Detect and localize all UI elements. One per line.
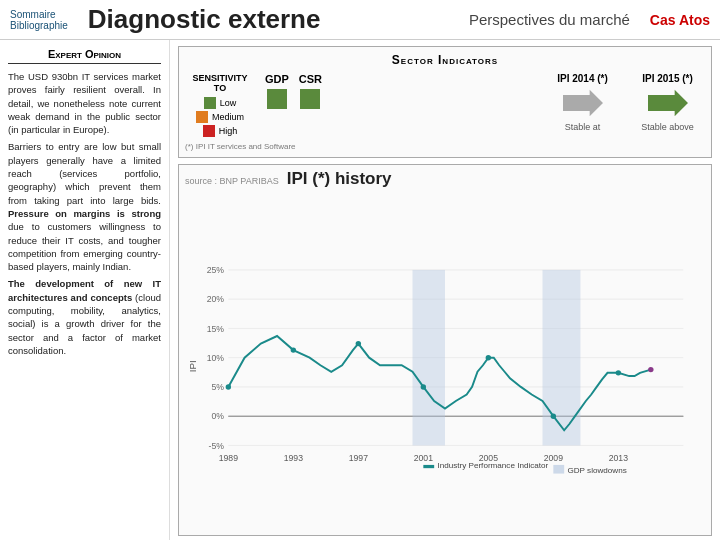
legend-medium: Medium (196, 111, 244, 123)
gdp-column: GDP (265, 73, 289, 109)
chart-source: source : BNP PARIBAS (185, 176, 279, 186)
ipi-2014-header: IPI 2014 (*) (557, 73, 608, 84)
expert-opinion-title: Expert Opinion (8, 48, 161, 64)
high-label: High (219, 126, 238, 136)
svg-point-30 (551, 413, 556, 418)
chart-header: source : BNP PARIBAS IPI (*) history (185, 169, 705, 189)
nav-bibliographie[interactable]: Bibliographie (10, 20, 68, 31)
svg-text:15%: 15% (207, 324, 225, 334)
svg-point-32 (648, 367, 653, 372)
gdp-header: GDP (265, 73, 289, 85)
svg-text:1989: 1989 (219, 453, 238, 463)
ipi-2015-arrow (648, 88, 688, 118)
expert-para-3: The development of new IT architectures … (8, 277, 161, 357)
svg-text:-5%: -5% (209, 441, 225, 451)
main-content: Expert Opinion The USD 930bn IT services… (0, 40, 720, 540)
medium-label: Medium (212, 112, 244, 122)
svg-text:20%: 20% (207, 294, 225, 304)
expert-para-1: The USD 930bn IT services market proves … (8, 70, 161, 136)
svg-marker-1 (648, 90, 688, 117)
gdp-slowdown-2001 (413, 270, 446, 446)
sector-indicators-title: Sector Indicators (185, 53, 705, 67)
page-subtitle: Perspectives du marché (469, 11, 630, 28)
nav-sommaire[interactable]: Sommaire (10, 9, 68, 20)
sensitivity-column: SENSITIVITYTO Low Medium High (185, 73, 255, 139)
expert-para-2: Barriers to entry are low but small play… (8, 140, 161, 273)
csr-header: CSR (299, 73, 322, 85)
ipi-2014-arrow (563, 88, 603, 118)
page-header: Sommaire Bibliographie Diagnostic extern… (0, 0, 720, 40)
svg-point-26 (291, 347, 296, 352)
ipi-2014-column: IPI 2014 (*) Stable at (545, 73, 620, 132)
chart-title: IPI (*) history (287, 169, 392, 189)
nav-links: Sommaire Bibliographie (10, 9, 68, 31)
svg-text:10%: 10% (207, 353, 225, 363)
legend-gdp-box (553, 465, 564, 474)
sensitivity-label: SENSITIVITYTO (192, 73, 247, 93)
sector-indicators-block: Sector Indicators SENSITIVITYTO Low Medi… (178, 46, 712, 158)
low-label: Low (220, 98, 237, 108)
svg-text:0%: 0% (211, 411, 224, 421)
right-panel: Sector Indicators SENSITIVITYTO Low Medi… (170, 40, 720, 540)
stable-above-label: Stable above (641, 122, 694, 132)
csr-column: CSR (299, 73, 322, 109)
gdp-color-box (267, 89, 287, 109)
stable-at-label: Stable at (565, 122, 601, 132)
svg-text:1993: 1993 (284, 453, 303, 463)
page-title: Diagnostic externe (88, 4, 469, 35)
low-color-box (204, 97, 216, 109)
legend-low: Low (204, 97, 237, 109)
expert-opinion-panel: Expert Opinion The USD 930bn IT services… (0, 40, 170, 540)
legend-ipi-text: Industry Performance Indicator (437, 461, 548, 470)
svg-text:25%: 25% (207, 265, 225, 275)
legend-high: High (203, 125, 238, 137)
chart-svg: IPI 25% 20% 15% 10% 5% 0 (185, 193, 705, 531)
svg-point-25 (226, 384, 231, 389)
ipi-footnote: (*) IPI IT services and Software (185, 142, 705, 151)
svg-text:2013: 2013 (609, 453, 628, 463)
svg-text:IPI: IPI (187, 360, 198, 372)
gdp-slowdown-2009 (543, 270, 581, 446)
ipi-2015-column: IPI 2015 (*) Stable above (630, 73, 705, 132)
svg-point-31 (616, 370, 621, 375)
ipi-chart-section: source : BNP PARIBAS IPI (*) history IPI… (178, 164, 712, 536)
csr-color-box (300, 89, 320, 109)
high-color-box (203, 125, 215, 137)
brand-label: Cas Atos (650, 12, 710, 28)
svg-text:5%: 5% (211, 382, 224, 392)
svg-text:1997: 1997 (349, 453, 368, 463)
svg-point-27 (356, 341, 361, 346)
ipi-2015-header: IPI 2015 (*) (642, 73, 693, 84)
legend-gdp-text: GDP slowdowns (567, 466, 626, 475)
medium-color-box (196, 111, 208, 123)
svg-marker-0 (563, 90, 603, 117)
sector-indicators-grid: SENSITIVITYTO Low Medium High (185, 73, 705, 139)
svg-point-28 (421, 384, 426, 389)
legend-ipi-box (423, 465, 434, 468)
chart-area: IPI 25% 20% 15% 10% 5% 0 (185, 193, 705, 531)
svg-text:2001: 2001 (414, 453, 433, 463)
svg-point-29 (486, 355, 491, 360)
